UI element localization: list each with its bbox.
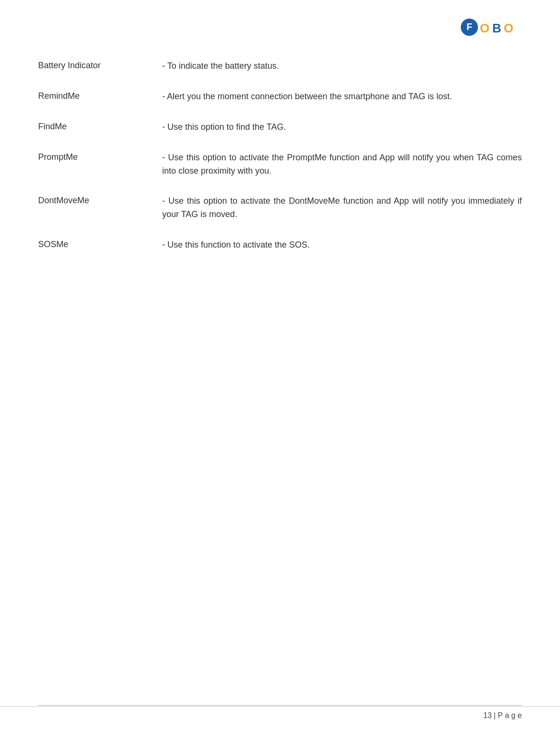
desc-remindme: - Alert you the moment connection betwee…	[162, 90, 522, 104]
desc-dontmoveme: - Use this option to activate the DontMo…	[162, 195, 522, 221]
desc-findme: - Use this option to find the TAG.	[162, 121, 522, 134]
footer: 13 | P a g e	[0, 706, 560, 720]
desc-promptme: - Use this option to activate the Prompt…	[162, 151, 522, 178]
page-container: F O B O Battery Indicator - To indicate …	[0, 0, 560, 739]
term-dontmoveme: DontMoveMe	[38, 195, 162, 206]
page-number-container: 13 | P a g e	[483, 707, 522, 720]
term-remindme: RemindMe	[38, 90, 162, 101]
term-sosme: SOSMe	[38, 239, 162, 250]
header: F O B O	[38, 14, 522, 41]
footer-divider	[38, 705, 522, 706]
content-table: Battery Indicator - To indicate the batt…	[38, 60, 522, 252]
svg-text:O: O	[504, 21, 513, 35]
list-item: FindMe - Use this option to find the TAG…	[38, 121, 522, 134]
svg-text:F: F	[467, 21, 472, 32]
fobo-logo-icon: F O B O	[460, 14, 522, 41]
logo-container: F O B O	[460, 14, 522, 41]
desc-battery-indicator: - To indicate the battery status.	[162, 60, 522, 73]
list-item: Battery Indicator - To indicate the batt…	[38, 60, 522, 73]
page-number: 13	[483, 711, 492, 720]
desc-sosme: - Use this function to activate the SOS.	[162, 239, 522, 252]
term-promptme: PromptMe	[38, 151, 162, 162]
svg-text:O: O	[480, 21, 489, 35]
page-label: | P a g e	[494, 711, 522, 720]
term-battery-indicator: Battery Indicator	[38, 60, 162, 71]
list-item: DontMoveMe - Use this option to activate…	[38, 195, 522, 221]
svg-text:B: B	[492, 21, 501, 35]
list-item: RemindMe - Alert you the moment connecti…	[38, 90, 522, 104]
term-findme: FindMe	[38, 121, 162, 132]
list-item: SOSMe - Use this function to activate th…	[38, 239, 522, 252]
list-item: PromptMe - Use this option to activate t…	[38, 151, 522, 178]
